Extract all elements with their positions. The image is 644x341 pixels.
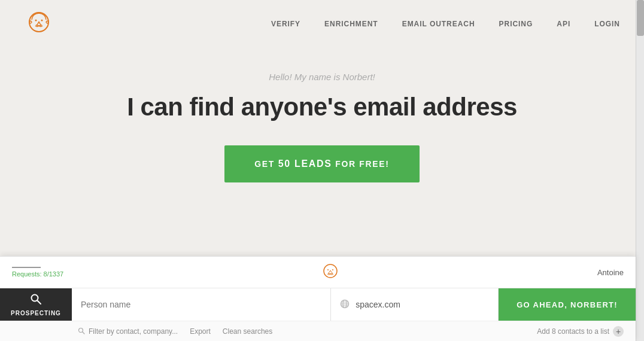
widget-line: [12, 267, 60, 268]
widget-top-bar: Requests: 8/1337 Antoine: [0, 257, 636, 288]
prospecting-label: PROSPECTING: [11, 310, 61, 316]
hero-title: I can find anyone's email address: [127, 93, 517, 121]
hero-subtitle: Hello! My name is Norbert!: [269, 72, 375, 82]
scrollbar[interactable]: [636, 0, 644, 341]
cta-button[interactable]: GET 50 LEADS FOR FREE!: [224, 145, 419, 182]
nav-api[interactable]: API: [557, 20, 570, 28]
logo-icon: [24, 9, 54, 39]
cta-post: FOR FREE!: [332, 159, 390, 169]
prospecting-button[interactable]: PROSPECTING: [0, 288, 72, 321]
svg-point-1: [35, 20, 37, 22]
filter-right: Add 8 contacts to a list +: [537, 326, 624, 337]
filter-icon: [78, 327, 85, 336]
filter-contact-button[interactable]: Filter by contact, company...: [78, 327, 178, 336]
widget-user[interactable]: Antoine: [597, 268, 624, 277]
domain-input[interactable]: [356, 300, 489, 309]
scrollbar-thumb[interactable]: [637, 0, 644, 36]
nav-verify[interactable]: VERIFY: [271, 20, 300, 28]
requests-count: Requests: 8/1337: [12, 270, 63, 278]
svg-point-4: [327, 269, 329, 270]
svg-line-14: [83, 331, 85, 334]
hero-section: Hello! My name is Norbert! I can find an…: [0, 48, 644, 218]
go-button[interactable]: GO AHEAD, NORBERT!: [499, 288, 636, 321]
plus-circle-icon: +: [613, 326, 624, 337]
logo-area: [24, 9, 54, 39]
widget-top-left: Requests: 8/1337: [12, 267, 63, 278]
filter-bar: Filter by contact, company... Export Cle…: [0, 321, 636, 341]
export-button[interactable]: Export: [190, 327, 211, 336]
domain-input-wrapper: [331, 288, 499, 321]
person-name-wrapper: [72, 288, 331, 321]
bottom-widget: Requests: 8/1337 Antoine PROSPECTING: [0, 256, 636, 341]
nav-email-outreach[interactable]: EMAIL OUTREACH: [402, 20, 475, 28]
filter-left: Filter by contact, company... Export Cle…: [78, 327, 272, 336]
search-bar: PROSPECTING GO AHEAD, NORBERT!: [0, 288, 636, 321]
svg-point-5: [332, 269, 333, 270]
nav-pricing[interactable]: PRICING: [499, 20, 533, 28]
search-icon: [30, 293, 42, 308]
svg-point-2: [41, 20, 43, 22]
cta-pre: GET: [254, 159, 278, 169]
widget-logo-small: [320, 261, 341, 283]
add-contacts-button[interactable]: Add 8 contacts to a list +: [537, 326, 624, 337]
add-contacts-label: Add 8 contacts to a list: [537, 327, 609, 336]
svg-line-7: [38, 300, 41, 304]
globe-icon: [340, 299, 350, 310]
nav-enrichment[interactable]: ENRICHMENT: [324, 20, 378, 28]
person-name-input[interactable]: [81, 300, 321, 309]
cta-bold: 50 LEADS: [278, 159, 332, 169]
clean-searches-button[interactable]: Clean searches: [223, 327, 272, 336]
filter-label: Filter by contact, company...: [89, 327, 178, 336]
main-nav: VERIFY ENRICHMENT EMAIL OUTREACH PRICING…: [271, 20, 620, 28]
nav-login[interactable]: LOGIN: [594, 20, 620, 28]
header: VERIFY ENRICHMENT EMAIL OUTREACH PRICING…: [0, 0, 644, 48]
